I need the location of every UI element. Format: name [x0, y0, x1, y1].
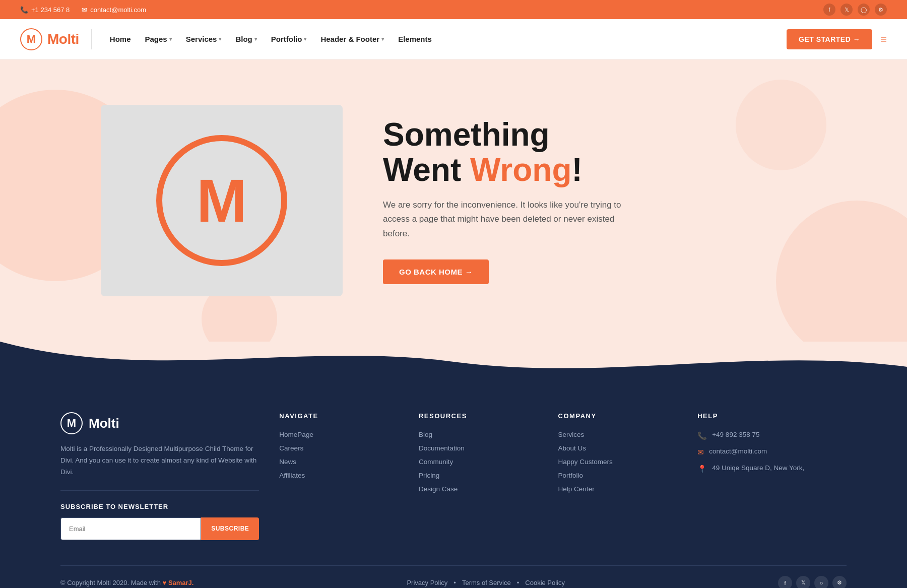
navbar-left: M Molti Home Pages ▾ Services ▾ Blog ▾ P… — [20, 28, 438, 50]
footer-settings-icon[interactable]: ⚙ — [832, 576, 847, 588]
footer-link-about-us[interactable]: About Us — [558, 444, 678, 452]
nav-item-portfolio[interactable]: Portfolio ▾ — [265, 31, 313, 47]
footer-company-col: COMPANY Services About Us Happy Customer… — [558, 412, 678, 540]
footer-phone-item: 📞 +49 892 358 75 — [697, 431, 847, 440]
phone-icon: 📞 — [20, 6, 28, 14]
hero-title: Something Went Wrong! — [383, 117, 806, 188]
logo[interactable]: M Molti — [20, 28, 79, 50]
footer-help-col: HELP 📞 +49 892 358 75 ✉ contact@molti.co… — [697, 412, 847, 540]
nav-menu: Home Pages ▾ Services ▾ Blog ▾ Portfolio… — [104, 31, 438, 47]
subscribe-button[interactable]: SUBSCRIBE — [201, 517, 259, 540]
email-address: contact@molti.com — [90, 6, 146, 14]
footer-resources-col: RESOURCES Blog Documentation Community P… — [419, 412, 538, 540]
instagram-icon[interactable]: ◯ — [858, 4, 870, 16]
footer-facebook-icon[interactable]: f — [778, 576, 792, 588]
copyright-text: © Copyright Molti 2020. Made with ♥ Sama… — [60, 579, 193, 586]
footer-bottom: © Copyright Molti 2020. Made with ♥ Sama… — [60, 565, 847, 588]
chevron-down-icon: ▾ — [381, 36, 384, 42]
chevron-down-icon: ▾ — [219, 36, 221, 42]
nav-item-header-footer[interactable]: Header & Footer ▾ — [314, 31, 390, 47]
footer-link-careers[interactable]: Careers — [279, 444, 399, 452]
hero-title-line2-went: Went — [383, 152, 470, 188]
nav-item-services[interactable]: Services ▾ — [180, 31, 228, 47]
top-bar-social: f 𝕏 ◯ ⚙ — [823, 4, 887, 16]
chevron-down-icon: ▾ — [304, 36, 306, 42]
footer-link-news[interactable]: News — [279, 458, 399, 466]
location-icon: 📍 — [697, 465, 707, 474]
chevron-down-icon: ▾ — [254, 36, 257, 42]
footer: M Molti Molti is a Professionally Design… — [0, 382, 907, 588]
phone-number: +1 234 567 8 — [31, 6, 70, 14]
hero-content: Something Went Wrong! We are sorry for t… — [383, 117, 806, 284]
footer-link-affiliates[interactable]: Affiliates — [279, 472, 399, 479]
phone-info: 📞 +1 234 567 8 — [20, 6, 70, 14]
hero-logo-circle: M — [156, 135, 287, 266]
footer-logo-icon: M — [60, 412, 83, 434]
wave-divider — [0, 342, 907, 382]
nav-item-blog[interactable]: Blog ▾ — [229, 31, 263, 47]
footer-link-community[interactable]: Community — [419, 458, 538, 466]
twitter-icon[interactable]: 𝕏 — [840, 4, 853, 16]
chevron-down-icon: ▾ — [169, 36, 172, 42]
top-bar-left: 📞 +1 234 567 8 ✉ contact@molti.com — [20, 6, 146, 14]
footer-email: contact@molti.com — [709, 447, 767, 455]
hero-title-wrong: Wrong — [470, 152, 571, 188]
hamburger-icon[interactable]: ≡ — [880, 33, 887, 46]
nav-divider — [91, 29, 92, 49]
footer-logo: M Molti — [60, 412, 259, 434]
cookie-policy-link[interactable]: Cookie Policy — [525, 579, 565, 586]
phone-icon: 📞 — [697, 431, 707, 440]
newsletter-email-input[interactable] — [60, 517, 201, 540]
footer-newsletter-form: SUBSCRIBE — [60, 517, 259, 540]
logo-text: Molti — [47, 31, 79, 47]
footer-email-item: ✉ contact@molti.com — [697, 447, 847, 457]
footer-description: Molti is a Professionally Designed Multi… — [60, 443, 259, 478]
footer-divider — [60, 490, 259, 491]
footer-twitter-icon[interactable]: 𝕏 — [796, 576, 810, 588]
footer-logo-text: Molti — [89, 416, 119, 431]
footer-link-portfolio[interactable]: Portfolio — [558, 472, 678, 479]
get-started-button[interactable]: GET STARTED → — [787, 29, 872, 49]
email-info: ✉ contact@molti.com — [82, 6, 146, 14]
hero-title-exclaim: ! — [571, 152, 582, 188]
footer-logo-m-letter: M — [67, 417, 76, 430]
footer-address-item: 📍 49 Uniqe Square D, New York, — [697, 464, 847, 474]
footer-brand-col: M Molti Molti is a Professionally Design… — [60, 412, 259, 540]
author-name: SamarJ. — [168, 579, 194, 586]
hero-title-line1: Something — [383, 116, 550, 153]
footer-navigate-title: NAVIGATE — [279, 412, 399, 420]
footer-instagram-icon[interactable]: ○ — [814, 576, 828, 588]
navbar-right: GET STARTED → ≡ — [787, 29, 887, 49]
footer-link-homepage[interactable]: HomePage — [279, 431, 399, 438]
hero-section: M Something Went Wrong! We are sorry for… — [0, 59, 907, 342]
hero-inner: M Something Went Wrong! We are sorry for… — [101, 105, 806, 296]
footer-link-documentation[interactable]: Documentation — [419, 444, 538, 452]
footer-resources-title: RESOURCES — [419, 412, 538, 420]
footer-link-happy-customers[interactable]: Happy Customers — [558, 458, 678, 466]
heart-icon: ♥ — [163, 579, 168, 586]
privacy-policy-link[interactable]: Privacy Policy — [407, 579, 447, 586]
facebook-icon[interactable]: f — [823, 4, 835, 16]
footer-social-icons: f 𝕏 ○ ⚙ — [778, 576, 847, 588]
navbar: M Molti Home Pages ▾ Services ▾ Blog ▾ P… — [0, 19, 907, 59]
go-back-home-button[interactable]: GO BACK HOME → — [383, 259, 489, 284]
footer-link-design-case[interactable]: Design Case — [419, 485, 538, 493]
footer-company-title: COMPANY — [558, 412, 678, 420]
hero-logo-m: M — [197, 170, 247, 231]
footer-link-help-center[interactable]: Help Center — [558, 485, 678, 493]
footer-link-pricing[interactable]: Pricing — [419, 472, 538, 479]
footer-newsletter-label: SUBSCRIBE TO NEWSLETTER — [60, 503, 259, 510]
nav-item-pages[interactable]: Pages ▾ — [139, 31, 178, 47]
terms-link[interactable]: Terms of Service — [462, 579, 511, 586]
nav-item-home[interactable]: Home — [104, 31, 137, 47]
footer-help-title: HELP — [697, 412, 847, 420]
email-icon: ✉ — [697, 448, 704, 457]
footer-top: M Molti Molti is a Professionally Design… — [60, 412, 847, 565]
nav-item-elements[interactable]: Elements — [392, 31, 438, 47]
footer-link-blog[interactable]: Blog — [419, 431, 538, 438]
logo-icon: M — [20, 28, 42, 50]
settings-icon[interactable]: ⚙ — [875, 4, 887, 16]
footer-link-services[interactable]: Services — [558, 431, 678, 438]
top-bar: 📞 +1 234 567 8 ✉ contact@molti.com f 𝕏 ◯… — [0, 0, 907, 19]
footer-address: 49 Uniqe Square D, New York, — [712, 464, 804, 472]
